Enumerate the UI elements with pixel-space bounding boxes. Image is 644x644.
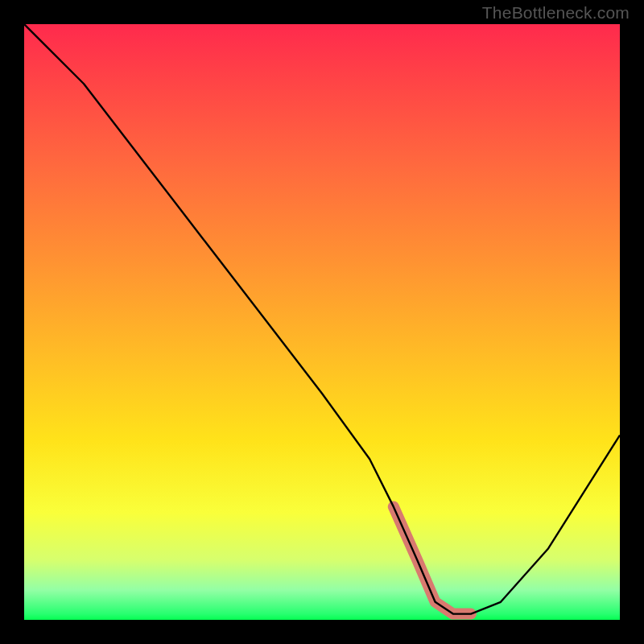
chart-frame: TheBottleneck.com <box>0 0 644 644</box>
watermark-text: TheBottleneck.com <box>482 3 630 23</box>
plot-area <box>24 24 620 620</box>
bottleneck-highlight <box>394 506 471 613</box>
bottleneck-curve <box>24 24 620 614</box>
curve-svg <box>24 24 620 620</box>
